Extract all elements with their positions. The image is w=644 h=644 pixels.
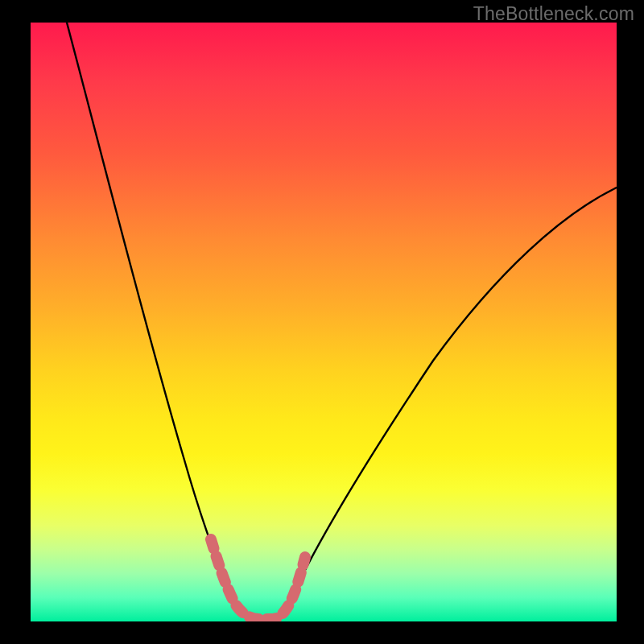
chart-frame: TheBottleneck.com	[0, 0, 644, 644]
bottleneck-curve	[67, 23, 617, 618]
watermark-text: TheBottleneck.com	[473, 3, 634, 25]
curve-layer	[31, 23, 617, 621]
optimal-zone-marker	[211, 539, 305, 619]
plot-area	[31, 23, 617, 621]
